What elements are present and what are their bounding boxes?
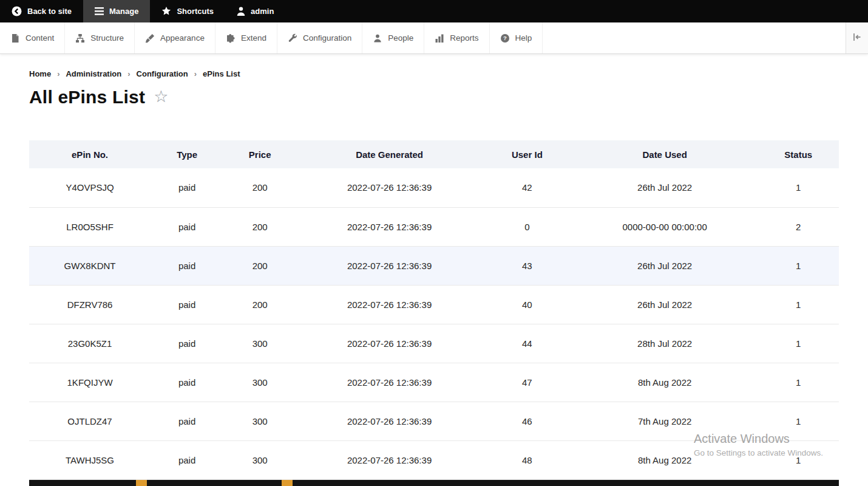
table-cell: paid [151,285,223,324]
table-cell: TAWHJ5SG [29,440,151,479]
toolbar-item-reports[interactable]: Reports [424,22,489,53]
table-cell: 1 [758,246,839,285]
table-cell: 200 [223,207,296,246]
toolbar-item-label: Content [25,33,54,43]
table-cell: 2022-07-26 12:36:39 [296,363,483,402]
table-row: 1KFQIJYWpaid3002022-07-26 12:36:39478th … [29,363,839,402]
table-cell: 300 [223,363,296,402]
table-cell: paid [151,363,223,402]
table-row: 23G0K5Z1paid3002022-07-26 12:36:394428th… [29,324,839,363]
admin-user-label: admin [251,7,274,16]
table-cell: 26th Jul 2022 [572,246,758,285]
hamburger-icon [95,7,104,15]
column-header: Date Generated [296,140,483,168]
toolbar-item-help[interactable]: ? Help [490,22,543,53]
table-row: Y4OVPSJQpaid2002022-07-26 12:36:394226th… [29,168,839,207]
table-cell: 43 [483,246,572,285]
breadcrumb-separator: › [57,69,59,78]
toolbar-orientation-toggle[interactable] [846,22,868,53]
toolbar-item-label: Configuration [303,33,351,43]
breadcrumb-home[interactable]: Home [29,69,51,78]
breadcrumb-current-page: ePins List [203,69,240,78]
column-header: Date Used [572,140,758,168]
table-cell: DFZRV786 [29,285,151,324]
table-cell: 46 [483,402,572,440]
table-cell: paid [151,324,223,363]
toolbar-item-configuration[interactable]: Configuration [277,22,362,53]
column-header: Price [223,140,296,168]
table-cell: paid [151,246,223,285]
column-header: ePin No. [29,140,151,168]
table-cell: 0 [483,207,572,246]
table-cell: 47 [483,363,572,402]
toolbar-item-extend[interactable]: Extend [215,22,277,53]
table-cell: OJTLDZ47 [29,402,151,440]
table-cell: paid [151,440,223,479]
question-icon: ? [500,33,510,43]
person-icon [373,33,382,43]
back-to-site-button[interactable]: Back to site [0,0,83,22]
wrench-icon [288,33,297,43]
back-arrow-icon [12,6,22,16]
shortcuts-label: Shortcuts [177,7,214,16]
toolbar-item-label: Help [515,33,532,43]
toolbar-item-appearance[interactable]: Appearance [135,22,215,53]
table-cell: 300 [223,440,296,479]
manage-label: Manage [109,7,138,16]
table-cell: paid [151,168,223,207]
admin-user-menu[interactable]: admin [225,0,285,22]
back-to-site-label: Back to site [27,7,72,16]
epins-table: ePin No.TypePriceDate GeneratedUser IdDa… [29,140,839,480]
bottom-strip [29,480,839,486]
table-cell: 2022-07-26 12:36:39 [296,285,483,324]
toolbar-item-content[interactable]: Content [0,22,65,53]
user-icon [237,7,245,16]
table-row: TAWHJ5SGpaid3002022-07-26 12:36:39488th … [29,440,839,479]
table-cell: 200 [223,246,296,285]
table-cell: GWX8KDNT [29,246,151,285]
shortcuts-tab[interactable]: Shortcuts [150,0,225,22]
toolbar-item-people[interactable]: People [362,22,424,53]
toolbar-item-structure[interactable]: Structure [65,22,135,53]
admin-menu-toolbar: Content Structure Appearance Extend Conf… [0,22,868,54]
toolbar-item-label: Reports [450,33,478,43]
table-cell: Y4OVPSJQ [29,168,151,207]
table-cell: 44 [483,324,572,363]
table-cell: 2022-07-26 12:36:39 [296,207,483,246]
bar-chart-icon [435,33,444,43]
svg-text:?: ? [503,35,507,41]
table-cell: 28th Jul 2022 [572,324,758,363]
table-cell: 40 [483,285,572,324]
column-header: Type [151,140,223,168]
table-cell: 23G0K5Z1 [29,324,151,363]
star-icon [161,7,171,16]
star-outline-icon[interactable]: ☆ [154,89,168,105]
table-cell: 8th Aug 2022 [572,440,758,479]
table-cell: 7th Aug 2022 [572,402,758,440]
table-cell: 1 [758,324,839,363]
table-cell: 42 [483,168,572,207]
table-cell: 300 [223,324,296,363]
table-cell: 48 [483,440,572,479]
table-row: LR0O5SHFpaid2002022-07-26 12:36:3900000-… [29,207,839,246]
content-icon [10,33,20,43]
breadcrumb-administration[interactable]: Administration [66,69,121,78]
table-cell: 200 [223,285,296,324]
table-cell: 2022-07-26 12:36:39 [296,168,483,207]
strip-orange-segment [136,480,147,486]
table-cell: 1 [758,402,839,440]
collapse-left-icon [852,32,862,44]
manage-tab[interactable]: Manage [83,0,150,22]
breadcrumb-separator: › [127,69,130,78]
strip-orange-segment [282,480,293,486]
puzzle-icon [226,33,236,43]
table-cell: 1 [758,363,839,402]
table-cell: 2022-07-26 12:36:39 [296,402,483,440]
table-cell: 2022-07-26 12:36:39 [296,324,483,363]
breadcrumb-configuration[interactable]: Configuration [137,69,188,78]
toolbar-item-label: Appearance [160,33,205,43]
toolbar-item-label: People [388,33,413,43]
table-cell: 2 [758,207,839,246]
table-row: OJTLDZ47paid3002022-07-26 12:36:39467th … [29,402,839,440]
table-cell: 0000-00-00 00:00:00 [572,207,758,246]
